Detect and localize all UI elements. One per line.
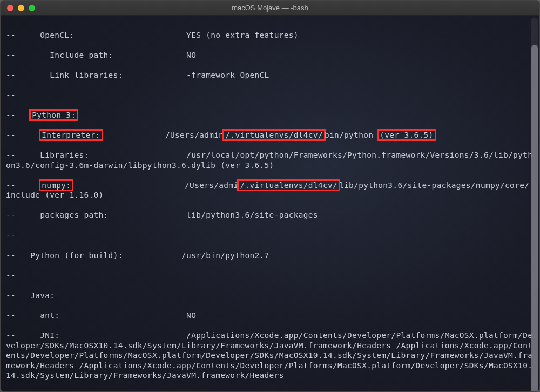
output-line: -- packages path: lib/python3.6/site-pac…: [6, 210, 534, 220]
zoom-button[interactable]: [29, 5, 35, 11]
output-line: -- Java:: [6, 290, 534, 301]
output-line: -- Link libraries: -framework OpenCL: [6, 70, 534, 80]
terminal-output[interactable]: -- OpenCL: YES (no extra features) -- In…: [1, 16, 539, 391]
highlight-interpreter-label: Interpreter:: [39, 129, 103, 141]
highlight-python3: Python 3:: [29, 109, 78, 121]
output-line: --: [6, 271, 534, 281]
terminal-body[interactable]: -- OpenCL: YES (no extra features) -- In…: [1, 16, 539, 391]
traffic-lights: [1, 5, 35, 11]
output-line: -- Java wrappers: NO: [6, 390, 534, 391]
close-button[interactable]: [7, 5, 14, 11]
minimize-button[interactable]: [18, 5, 24, 11]
output-line: -- Libraries: /usr/local/opt/python/Fram…: [6, 150, 534, 170]
output-line: --: [6, 230, 534, 240]
output-line: -- JNI: /Applications/Xcode.app/Contents…: [6, 330, 534, 381]
output-line: --: [6, 90, 534, 100]
output-line: -- OpenCL: YES (no extra features): [6, 30, 534, 40]
output-line: -- Include path: NO: [6, 50, 534, 60]
highlight-venv-path: /.virtualenvs/dl4cv/: [222, 129, 326, 141]
titlebar: macOS Mojave — -bash: [1, 1, 539, 16]
highlight-python-version: (ver 3.6.5): [377, 129, 436, 141]
window-title: macOS Mojave — -bash: [232, 4, 308, 12]
highlight-numpy-venv-path: /.virtualenvs/dl4cv/: [237, 179, 340, 191]
highlight-numpy-label: numpy:: [39, 179, 73, 191]
output-line: -- Python 3:: [6, 110, 534, 120]
scrollbar-thumb[interactable]: [531, 45, 538, 391]
output-line: -- numpy: /Users/admi/.virtualenvs/dl4cv…: [6, 180, 534, 200]
terminal-window: macOS Mojave — -bash -- OpenCL: YES (no …: [0, 0, 540, 392]
output-line: -- ant: NO: [6, 310, 534, 321]
scrollbar-track[interactable]: [531, 18, 538, 389]
output-line: -- Interpreter: /Users/admin/.virtualenv…: [6, 130, 534, 140]
output-line: -- Python (for build): /usr/bin/python2.…: [6, 251, 534, 261]
